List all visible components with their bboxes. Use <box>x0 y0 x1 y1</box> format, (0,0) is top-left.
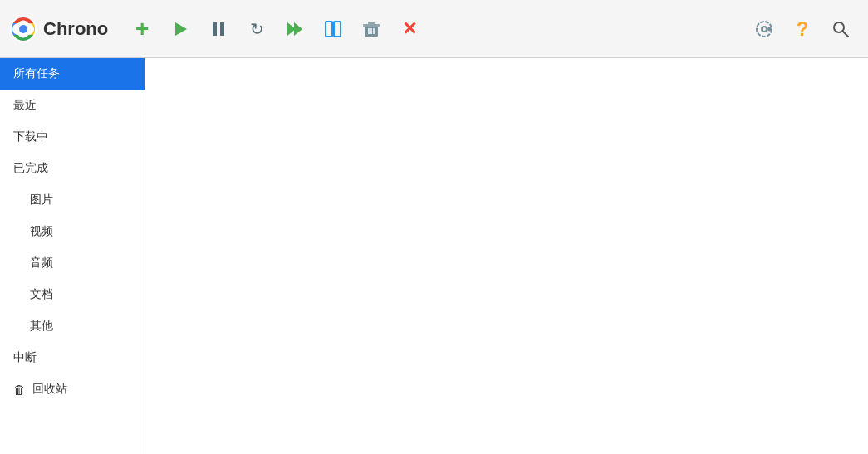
svg-rect-11 <box>363 24 380 27</box>
settings-button[interactable] <box>747 12 782 46</box>
sidebar-item-interrupted[interactable]: 中断 <box>0 342 145 373</box>
split-button[interactable] <box>316 12 351 46</box>
sidebar-label-videos: 视频 <box>30 224 53 239</box>
svg-rect-9 <box>334 22 341 37</box>
sidebar-label-completed: 已完成 <box>13 161 48 176</box>
sidebar-label-all-tasks: 所有任务 <box>13 66 60 81</box>
sidebar-label-audio: 音频 <box>30 256 53 271</box>
retry-button[interactable]: ↻ <box>239 12 274 46</box>
svg-rect-4 <box>213 22 217 36</box>
add-download-button[interactable]: + <box>125 12 159 46</box>
svg-point-2 <box>19 25 27 33</box>
svg-line-20 <box>843 31 849 37</box>
sidebar-item-documents[interactable]: 文档 <box>0 279 145 310</box>
sidebar-item-others[interactable]: 其他 <box>0 310 145 342</box>
sidebar-label-images: 图片 <box>30 193 53 207</box>
play-icon <box>171 20 189 38</box>
trash-button[interactable] <box>354 12 389 46</box>
sidebar-label-downloading: 下载中 <box>13 129 48 144</box>
svg-point-18 <box>767 27 772 31</box>
logo-area: Chrono <box>10 16 108 42</box>
start-button[interactable] <box>163 12 198 46</box>
pause-button[interactable] <box>201 12 236 46</box>
pause-icon <box>210 21 227 37</box>
main-layout: 所有任务 最近 下载中 已完成 图片 视频 音频 文档 其他 中断 🗑 <box>0 58 868 454</box>
sidebar-item-audio[interactable]: 音频 <box>0 247 145 279</box>
delete-button[interactable]: ✕ <box>392 12 427 46</box>
sidebar-label-others: 其他 <box>30 319 53 334</box>
search-icon <box>831 20 850 38</box>
sidebar-item-downloading[interactable]: 下载中 <box>0 121 145 153</box>
sidebar-label-documents: 文档 <box>30 287 53 302</box>
sidebar-item-images[interactable]: 图片 <box>0 184 145 216</box>
app-title: Chrono <box>43 18 108 40</box>
svg-rect-12 <box>368 22 375 24</box>
sidebar-item-all-tasks[interactable]: 所有任务 <box>0 58 145 90</box>
search-button[interactable] <box>823 12 858 46</box>
settings-icon <box>754 19 774 39</box>
svg-rect-8 <box>326 22 332 37</box>
svg-marker-3 <box>175 22 187 36</box>
sidebar-label-recycle: 回收站 <box>32 382 67 397</box>
sidebar: 所有任务 最近 下载中 已完成 图片 视频 音频 文档 其他 中断 🗑 <box>0 58 145 454</box>
sidebar-item-videos[interactable]: 视频 <box>0 216 145 247</box>
resume-all-icon <box>286 20 304 38</box>
split-icon <box>324 20 342 38</box>
sidebar-label-interrupted: 中断 <box>13 350 37 365</box>
content-area <box>145 58 868 454</box>
svg-rect-5 <box>220 22 224 36</box>
recycle-sidebar-icon: 🗑 <box>13 383 26 397</box>
app-logo <box>10 16 37 42</box>
toolbar: Chrono + ↻ <box>0 0 868 58</box>
resume-all-button[interactable] <box>277 12 312 46</box>
svg-marker-7 <box>294 22 302 36</box>
help-button[interactable]: ? <box>785 12 820 46</box>
svg-point-16 <box>762 27 767 32</box>
recycle-icon <box>362 20 380 38</box>
sidebar-item-recycle[interactable]: 🗑 回收站 <box>0 373 145 405</box>
sidebar-label-recent: 最近 <box>13 98 37 113</box>
sidebar-item-recent[interactable]: 最近 <box>0 90 145 121</box>
sidebar-item-completed[interactable]: 已完成 <box>0 153 145 184</box>
